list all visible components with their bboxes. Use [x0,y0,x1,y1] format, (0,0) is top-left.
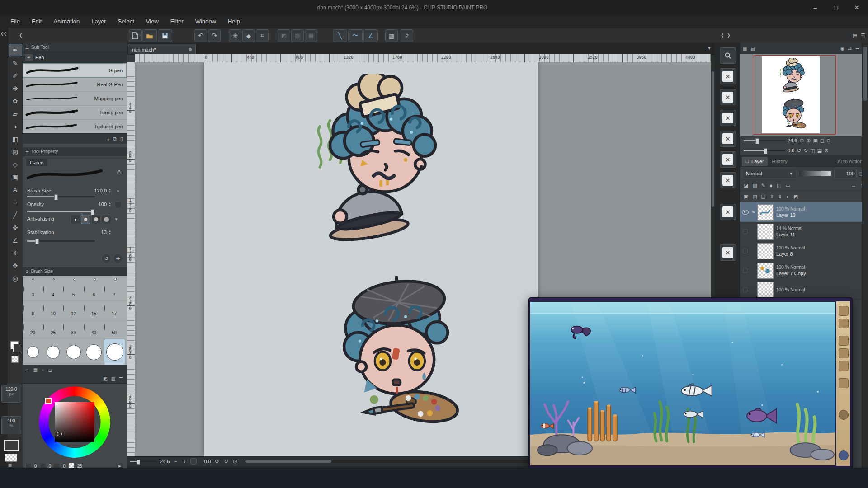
selection-tool-2-icon[interactable]: ▨ [291,29,304,42]
nav-rotate-right-icon[interactable]: ↻ [803,147,808,154]
brush-size-dropdown-icon[interactable]: ▼ [115,188,121,194]
subview-tab-icon[interactable]: ▤ [750,46,755,51]
aa-weak-button[interactable] [81,215,90,224]
aquarium-tool-7[interactable] [839,410,849,420]
tool-balloon[interactable]: ○ [9,197,22,208]
menu-edit[interactable]: Edit [26,15,47,28]
layer-opacity-box[interactable]: 100 [834,169,857,178]
info-icon[interactable]: ◉ [840,46,844,51]
tool-pen[interactable]: ✒ [9,44,22,56]
toolbar-menu-icon[interactable]: ☰ [860,31,866,39]
panel-swap-icon[interactable]: ⇄ [848,46,852,51]
color-wheel-tab-icon[interactable]: ◩ [103,376,107,381]
apply-mask-icon[interactable]: ◩ [793,194,798,200]
view-grid-icon[interactable]: ▦ [33,367,38,372]
tool-text[interactable]: A [9,184,22,196]
tool-move[interactable]: ✥ [9,260,22,272]
material-palette-button-5[interactable]: ✕ [720,151,736,168]
opacity-slider[interactable] [27,211,95,212]
close-button[interactable]: ✕ [846,0,867,15]
rotate-right-icon[interactable]: ↻ [223,458,229,465]
aquarium-tool-6[interactable] [839,378,849,388]
subtool-item-turnip-pen[interactable]: Turnip pen [23,106,127,120]
brush-size-cell[interactable] [84,339,104,365]
brush-size-cell[interactable]: 10 [43,305,63,316]
brush-size-dot[interactable] [53,278,55,280]
delete-subtool-icon[interactable]: ▯ [120,136,123,142]
stabilization-stepper[interactable]: ▲▼ [108,230,111,235]
aquarium-tool-5[interactable] [839,361,849,371]
aquarium-tool-2[interactable] [839,319,849,328]
main-color-swatch[interactable] [13,344,21,352]
layer-thumbnail[interactable] [757,224,774,240]
opacity-mini[interactable]: 100 % [1,416,21,434]
nav-flip-v-icon[interactable]: ⬓ [817,148,822,154]
view-small-icon[interactable]: ▫ [42,367,44,372]
brush-size-cell[interactable]: 4 [43,286,63,297]
brush-size-cell[interactable] [63,339,84,365]
nav-reset-rotation-icon[interactable]: ⊘ [824,148,828,154]
transfer-layer-icon[interactable]: ⇩ [770,194,774,200]
aquarium-tool-3[interactable] [839,336,849,346]
material-palette-button-8[interactable]: ✕ [720,244,736,261]
material-palette-button-4[interactable]: ✕ [720,131,736,147]
brush-size-cell[interactable] [23,339,43,365]
menu-file[interactable]: File [5,15,26,28]
brush-size-cell[interactable]: 20 [23,324,43,335]
aa-none-button[interactable] [71,215,80,224]
transparent-chip[interactable] [5,454,17,462]
brush-size-dot[interactable] [114,278,117,281]
fill-tool-icon[interactable]: ◆ [242,29,255,42]
brush-size-dot[interactable] [73,278,75,281]
workspace-icon[interactable]: ▤ [852,31,858,39]
menu-filter[interactable]: Filter [165,15,189,28]
right-panel-scrollbar[interactable] [862,43,868,468]
tab-layer[interactable]: ❏ Layer [742,157,768,166]
material-palette-button-2[interactable]: ✕ [720,89,736,105]
navigator-tab-icon[interactable]: ▦ [743,46,747,51]
tool-fill[interactable]: ◧ [9,133,22,145]
duplicate-subtool-icon[interactable]: ⧉ [113,136,117,142]
stabilization-slider[interactable] [27,240,95,242]
collapse-right-icon[interactable]: ❮ [720,31,725,39]
brush-size-cell[interactable]: 50 [104,324,124,335]
nav-zoom-in-icon[interactable]: ⊕ [806,137,811,144]
tool-frame[interactable]: ▣ [9,171,22,183]
color-history-icon[interactable]: ▦ [5,463,14,467]
aquarium-titlebar[interactable] [529,298,850,301]
brush-size-value[interactable]: 120.0 [86,188,107,193]
tool-settings-icon[interactable]: ✚ [113,253,123,263]
brush-size-dot[interactable] [94,278,96,281]
layer-visible-icon[interactable] [740,210,750,215]
tool-gradient[interactable]: ▨ [9,146,22,158]
brush-size-cell[interactable]: 30 [63,324,84,335]
tab-list-icon[interactable]: ▼ [706,45,713,52]
maximize-button[interactable]: ▢ [826,0,846,15]
right-scrollbar-thumb[interactable] [863,47,867,101]
menu-animation[interactable]: Animation [47,15,85,28]
panel-menu-icon[interactable]: ☰ [855,46,859,51]
aquarium-settings-icon[interactable] [839,450,849,460]
tool-eraser[interactable]: ▱ [9,108,22,120]
brush-size-cell[interactable]: 7 [104,286,124,297]
set-ruler-icon[interactable]: ◫ [777,183,781,188]
layer-thumbnail[interactable] [757,282,774,298]
material-palette-button-1[interactable]: ✕ [720,68,736,84]
help-button[interactable]: ? [401,29,413,42]
vscrollbar-thumb[interactable] [712,71,714,207]
brush-size-cell[interactable]: 3 [23,286,43,297]
menu-layer[interactable]: Layer [85,15,112,28]
enable-mask-icon[interactable]: ∎ [769,183,773,188]
floating-aquarium-window[interactable] [528,297,853,470]
save-button[interactable] [158,29,172,42]
layer-row-8[interactable]: 100 % NormalLayer 8 [740,241,862,261]
navigator-rotate-slider[interactable] [744,150,785,151]
nav-zoom-out-icon[interactable]: ⊖ [799,137,804,144]
sv-marker[interactable] [57,432,62,436]
nav-flip-h-icon[interactable]: ◫ [810,148,815,154]
brush-size-panel-header[interactable]: ⊕ Brush Size [23,267,127,276]
new-vector-layer-icon[interactable]: ▤ [752,194,757,200]
brush-size-cell[interactable]: 6 [84,286,104,297]
tool-airbrush[interactable]: ❋ [9,83,22,94]
color-menu-icon[interactable]: ☰ [119,376,123,381]
